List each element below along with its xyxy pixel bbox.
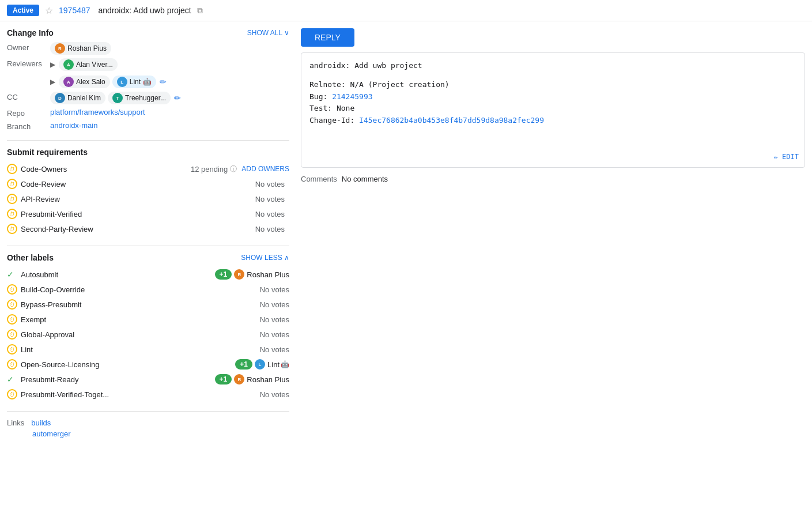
reply-button[interactable]: REPLY	[301, 28, 354, 47]
voter-bot-icon-osl: 🤖	[281, 360, 289, 368]
commit-change-id: Change-Id: I45ec76862b4a0b453e8f4b7dd59d…	[309, 115, 796, 127]
submit-requirements-section: Submit requirements ⏱ Code-Owners 12 pen…	[7, 140, 289, 236]
req-status-code-owners: 12 pending	[191, 165, 228, 174]
owner-label: Owner	[7, 42, 50, 52]
commit-line-1: androidx: Add uwb project	[309, 60, 796, 72]
cc-row: CC D Daniel Kim T Treehugger... ✏	[7, 92, 289, 104]
check-icon-autosubmit: ✓	[7, 270, 17, 279]
label-icon-global-approval: ⏱	[7, 329, 17, 340]
owner-name: Roshan Pius	[67, 44, 107, 52]
owner-value: R Roshan Pius	[50, 42, 111, 55]
reviewer-chip-1[interactable]: A Alan Viver...	[59, 58, 118, 71]
vote-chip-autosubmit: +1	[215, 269, 232, 280]
expand-icon-2[interactable]: ▶	[50, 78, 55, 86]
label-name-bypass: Bypass-Presubmit	[21, 300, 260, 309]
change-id-link[interactable]: 1975487	[59, 6, 90, 15]
change-id-link-commit[interactable]: I45ec76862b4a0b453e8f4b7dd59d8a98a2fec29…	[359, 116, 544, 125]
bug-link[interactable]: 214245993	[332, 92, 372, 101]
voter-avatar-osl: L	[255, 359, 265, 370]
req-name-api-review: API-Review	[21, 195, 255, 203]
lint-chip[interactable]: L Lint 🤖	[112, 76, 156, 88]
label-icon-osl: ⏱	[7, 359, 17, 370]
active-badge: Active	[7, 5, 39, 16]
show-all-link[interactable]: SHOW ALL ∨	[247, 29, 289, 37]
repo-label: Repo	[7, 108, 50, 118]
label-votes-lint: No votes	[260, 345, 289, 354]
req-icon-code-owners: ⏱	[7, 164, 17, 174]
reviewer-chip-2[interactable]: A Alex Salo	[59, 76, 110, 88]
reviewers-row: Reviewers ▶ A Alan Viver... ▶ A Alex Sal…	[7, 58, 289, 88]
automerger-row: automerger	[32, 429, 289, 438]
cc-avatar-2: T	[112, 93, 123, 103]
req-row-second-party-review: ⏱ Second-Party-Review No votes	[7, 221, 289, 236]
reviewer-row-1: ▶ A Alan Viver...	[50, 58, 118, 71]
cc-avatar-1: D	[55, 93, 65, 103]
req-icon-code-review: ⏱	[7, 179, 17, 189]
comments-label: Comments	[301, 175, 337, 183]
req-status-presubmit-verified: No votes	[255, 210, 285, 218]
label-row-pvt: ⏱ Presubmit-Verified-Toget... No votes	[7, 387, 289, 402]
label-row-bypass: ⏱ Bypass-Presubmit No votes	[7, 297, 289, 312]
repo-link[interactable]: platform/frameworks/support	[50, 108, 145, 116]
show-less-link[interactable]: SHOW LESS ∧	[241, 254, 289, 262]
branch-row: Branch androidx-main	[7, 121, 289, 131]
reviewer-row-2: ▶ A Alex Salo L Lint 🤖 ✏	[50, 76, 167, 88]
reviewers-value: ▶ A Alan Viver... ▶ A Alex Salo L Lint	[50, 58, 167, 88]
reviewer-avatar-1: A	[63, 59, 74, 70]
cc-name-2: Treehugger...	[125, 94, 166, 102]
links-label: Links	[7, 419, 24, 427]
owner-row: Owner R Roshan Pius	[7, 42, 289, 55]
voter-name-osl: Lint	[267, 360, 280, 369]
voter-avatar-autosubmit: R	[234, 269, 244, 280]
req-icon-second-party-review: ⏱	[7, 224, 17, 234]
label-name-global-approval: Global-Approval	[21, 330, 260, 339]
main-layout: Change Info SHOW ALL ∨ Owner R Roshan Pi…	[0, 21, 812, 447]
label-icon-build-cop: ⏱	[7, 284, 17, 295]
cc-value: D Daniel Kim T Treehugger... ✏	[50, 92, 181, 104]
right-panel: REPLY androidx: Add uwb project Relnote:…	[301, 28, 805, 447]
req-name-presubmit-verified: Presubmit-Verified	[21, 210, 255, 218]
commit-message-box: androidx: Add uwb project Relnote: N/A (…	[301, 52, 805, 168]
label-name-lint: Lint	[21, 345, 260, 354]
reviewer-edit-icon[interactable]: ✏	[160, 77, 167, 86]
req-icon-presubmit-verified: ⏱	[7, 209, 17, 219]
cc-chip-2[interactable]: T Treehugger...	[108, 92, 171, 104]
req-row-presubmit-verified: ⏱ Presubmit-Verified No votes	[7, 206, 289, 221]
voter-name-presubmit-ready: Roshan Pius	[247, 375, 289, 384]
commit-relnote: Relnote: N/A (Project creation)	[309, 79, 796, 91]
label-row-global-approval: ⏱ Global-Approval No votes	[7, 327, 289, 342]
lint-bot-icon: 🤖	[143, 78, 152, 86]
comments-row: Comments No comments	[301, 175, 805, 183]
label-votes-bypass: No votes	[260, 300, 289, 309]
vote-chip-presubmit-ready: +1	[215, 374, 232, 384]
repo-row: Repo platform/frameworks/support	[7, 108, 289, 118]
label-icon-lint: ⏱	[7, 344, 17, 355]
other-labels-header: Other labels SHOW LESS ∧	[7, 253, 289, 262]
owner-chip[interactable]: R Roshan Pius	[50, 42, 111, 55]
links-row: Links builds	[7, 419, 289, 427]
top-bar: Active ☆ 1975487 androidx: Add uwb proje…	[0, 0, 812, 21]
copy-icon[interactable]: ⧉	[197, 6, 203, 16]
commit-test: Test: None	[309, 103, 796, 115]
builds-link[interactable]: builds	[31, 419, 51, 427]
star-icon[interactable]: ☆	[45, 5, 53, 16]
label-name-osl: Open-Source-Licensing	[21, 360, 235, 369]
repo-value: platform/frameworks/support	[50, 108, 145, 116]
automerger-link[interactable]: automerger	[32, 429, 70, 438]
req-name-second-party-review: Second-Party-Review	[21, 225, 255, 233]
edit-commit-link[interactable]: ✏ EDIT	[774, 152, 799, 163]
add-owners-link[interactable]: ADD OWNERS	[241, 165, 289, 173]
label-row-lint: ⏱ Lint No votes	[7, 342, 289, 357]
other-labels-title: Other labels	[7, 253, 54, 262]
vote-chip-osl: +1	[235, 359, 252, 370]
divider-3	[7, 411, 289, 412]
links-section: Links builds automerger	[7, 411, 289, 447]
lint-label: Lint	[130, 78, 141, 86]
help-icon-code-owners[interactable]: ⓘ	[230, 164, 237, 174]
cc-edit-icon[interactable]: ✏	[174, 93, 181, 103]
expand-icon-1[interactable]: ▶	[50, 61, 55, 69]
commit-bug: Bug: 214245993	[309, 91, 796, 103]
cc-chip-1[interactable]: D Daniel Kim	[50, 92, 105, 104]
change-info-header: Change Info SHOW ALL ∨	[7, 28, 289, 37]
branch-link[interactable]: androidx-main	[50, 121, 97, 130]
